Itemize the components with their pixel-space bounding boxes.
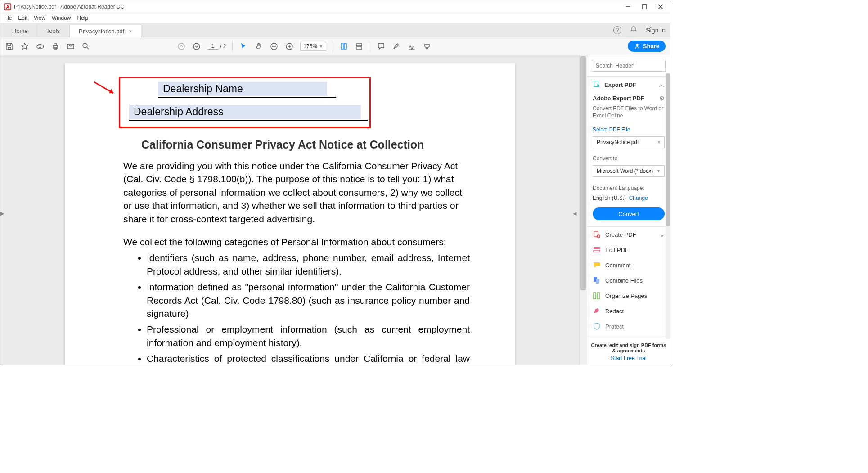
tool-combine-files[interactable]: Combine Files <box>587 273 670 288</box>
comment-icon[interactable] <box>377 42 386 51</box>
svg-rect-3 <box>642 5 647 9</box>
app-icon: A <box>4 3 11 10</box>
right-panel-scrollbar[interactable] <box>666 73 670 339</box>
fit-height-icon[interactable] <box>355 42 364 51</box>
tab-home[interactable]: Home <box>3 24 37 37</box>
convert-button[interactable]: Convert <box>593 207 665 220</box>
menu-view[interactable]: View <box>34 15 45 21</box>
tool-edit-pdf[interactable]: Edit PDF <box>587 242 670 257</box>
tool-redact[interactable]: Redact <box>587 303 670 319</box>
tab-tools[interactable]: Tools <box>37 24 69 37</box>
pane-collapse-left-icon[interactable]: ▶ <box>0 211 5 219</box>
create-pdf-icon <box>593 230 601 239</box>
tab-document[interactable]: PrivacyNotice.pdf × <box>69 25 141 37</box>
page-down-icon[interactable] <box>192 42 201 51</box>
close-button[interactable] <box>657 4 664 10</box>
svg-point-13 <box>193 43 200 50</box>
tools-search-input[interactable] <box>592 60 666 72</box>
document-heading: California Consumer Privacy Act Notice a… <box>141 138 501 151</box>
right-panel: Export PDF ︿ Adobe Export PDF ⚙ Convert … <box>587 55 670 365</box>
menu-file[interactable]: File <box>3 15 12 21</box>
redact-icon <box>593 307 601 315</box>
menu-edit[interactable]: Edit <box>18 15 27 21</box>
star-icon[interactable] <box>20 42 29 51</box>
annotation-box: Dealership Name Dealership Address <box>119 77 371 128</box>
document-paragraph: We collect the following categories of P… <box>123 235 470 248</box>
annotation-arrow-icon <box>92 80 119 98</box>
settings-gear-icon[interactable]: ⚙ <box>659 95 665 102</box>
organize-pages-icon <box>593 292 601 300</box>
search-icon[interactable] <box>81 42 90 51</box>
highlight-icon[interactable] <box>392 42 401 51</box>
stamp-icon[interactable] <box>423 42 432 51</box>
svg-rect-31 <box>594 247 600 249</box>
separator <box>370 41 370 52</box>
svg-point-25 <box>639 44 639 45</box>
svg-rect-21 <box>356 44 362 46</box>
pane-collapse-right-icon[interactable]: ◀ <box>573 211 577 219</box>
select-pdf-file-link[interactable]: Select PDF File <box>593 126 630 133</box>
svg-rect-22 <box>356 47 362 49</box>
page-up-icon[interactable] <box>177 42 186 51</box>
export-title: Adobe Export PDF ⚙ <box>587 93 670 104</box>
select-arrow-icon[interactable] <box>239 42 248 51</box>
zoom-out-icon[interactable] <box>270 42 279 51</box>
hand-icon[interactable] <box>254 42 263 51</box>
save-icon[interactable] <box>5 42 14 51</box>
pdf-page: Dealership Name Dealership Address Calif… <box>65 63 515 365</box>
form-field-dealer-address[interactable]: Dealership Address <box>129 105 361 119</box>
convert-to-select[interactable]: Microsoft Word (*.docx) ▼ <box>593 165 665 177</box>
zoom-in-icon[interactable] <box>285 42 294 51</box>
email-icon[interactable] <box>66 42 75 51</box>
sign-in-link[interactable]: Sign In <box>646 27 666 34</box>
maximize-button[interactable] <box>641 4 648 10</box>
change-language-link[interactable]: Change <box>629 195 648 201</box>
list-item: Professional or employment information (… <box>147 323 470 349</box>
chevron-up-icon: ︿ <box>659 81 665 89</box>
window-title: PrivacyNotice.pdf - Adobe Acrobat Reader… <box>14 4 625 10</box>
comment-tool-icon <box>593 261 601 269</box>
clear-file-icon[interactable]: × <box>657 139 661 145</box>
minimize-button[interactable] <box>625 4 631 10</box>
list-item: Identifiers (such as name, address, phon… <box>147 251 470 278</box>
menu-window[interactable]: Window <box>52 15 71 21</box>
convert-to-label: Convert to <box>587 153 670 163</box>
svg-point-24 <box>636 44 638 46</box>
svg-rect-34 <box>596 279 599 284</box>
help-icon[interactable]: ? <box>613 26 621 34</box>
tool-organize-pages[interactable]: Organize Pages <box>587 288 670 303</box>
list-item: Characteristics of protected classificat… <box>147 352 470 365</box>
sign-icon[interactable] <box>407 42 416 51</box>
share-button[interactable]: Share <box>628 41 666 52</box>
chevron-down-icon: ⌄ <box>660 231 665 238</box>
page-number[interactable]: 1 / 2 <box>207 43 226 50</box>
start-free-trial-link[interactable]: Start Free Trial <box>611 355 646 361</box>
menu-help[interactable]: Help <box>77 15 89 21</box>
cloud-icon[interactable] <box>36 42 45 51</box>
close-tab-icon[interactable]: × <box>129 28 132 35</box>
svg-rect-7 <box>54 44 57 45</box>
tool-comment[interactable]: Comment <box>587 257 670 273</box>
scrollbar-vertical[interactable] <box>579 55 587 365</box>
export-pdf-header[interactable]: Export PDF ︿ <box>587 76 670 93</box>
form-field-dealer-name[interactable]: Dealership Name <box>158 82 327 96</box>
zoom-level[interactable]: 175% ▼ <box>300 42 326 51</box>
svg-rect-36 <box>597 293 599 299</box>
svg-rect-35 <box>594 293 596 299</box>
tool-create-pdf[interactable]: Create PDF ⌄ <box>587 227 670 242</box>
separator <box>333 41 333 52</box>
svg-point-10 <box>83 43 87 48</box>
svg-rect-28 <box>594 81 598 86</box>
svg-rect-20 <box>344 44 346 49</box>
fit-width-icon[interactable] <box>339 42 348 51</box>
notification-icon[interactable] <box>630 26 638 35</box>
document-paragraph: We are providing you with this notice un… <box>123 159 470 225</box>
document-viewport[interactable]: ▶ Dealership Name Dealership Address Cal… <box>0 55 579 365</box>
right-panel-footer: Create, edit and sign PDF forms & agreem… <box>587 338 670 365</box>
document-list: Identifiers (such as name, address, phon… <box>123 251 470 365</box>
tool-protect[interactable]: Protect <box>587 319 670 334</box>
tools-search[interactable] <box>592 60 666 72</box>
combine-files-icon <box>593 276 601 284</box>
print-icon[interactable] <box>51 42 60 51</box>
selected-file-field[interactable]: PrivacyNotice.pdf × <box>593 136 665 148</box>
